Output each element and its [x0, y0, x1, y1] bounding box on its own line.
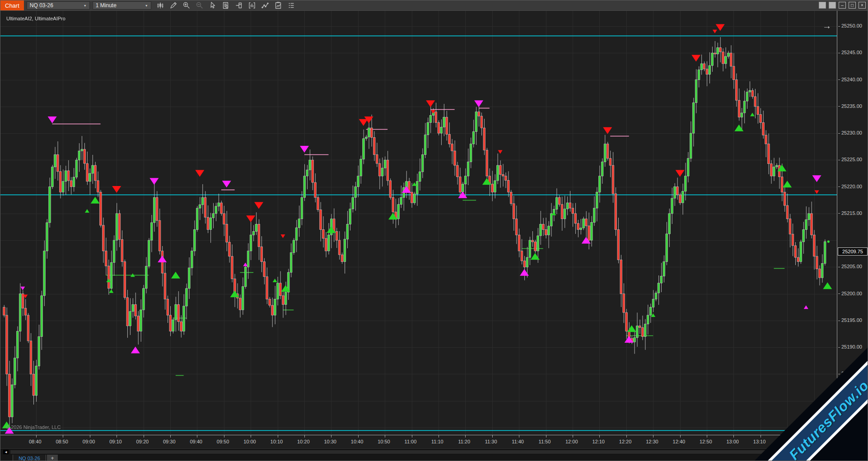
price-axis-label: 25220.00 — [838, 184, 862, 189]
time-axis-tick — [573, 435, 573, 438]
interval-link-button[interactable] — [829, 2, 836, 9]
price-axis-label: 25235.00 — [838, 103, 862, 109]
time-axis-tick — [304, 435, 305, 438]
price-axis-label: 25200.00 — [838, 291, 862, 296]
time-axis-tick — [465, 435, 466, 438]
time-axis-label: 11:20 — [458, 439, 470, 444]
time-axis-label: 09:00 — [83, 439, 95, 444]
time-axis-label: 12:40 — [673, 439, 686, 444]
properties-list-icon[interactable] — [287, 1, 296, 10]
chart-trader-icon[interactable] — [234, 1, 243, 10]
interval-value: 1 Minute — [96, 2, 117, 9]
time-axis-tick — [170, 435, 171, 438]
time-axis-label: 12:50 — [700, 439, 712, 444]
time-axis-tick — [680, 435, 681, 438]
cursor-icon[interactable] — [208, 1, 217, 10]
time-axis-label: 10:30 — [324, 439, 336, 444]
time-axis-tick — [197, 435, 197, 438]
price-axis-label: 25195.00 — [838, 317, 862, 323]
price-axis-label: 25190.00 — [838, 344, 862, 349]
time-axis-label: 10:10 — [271, 439, 283, 444]
time-axis-label: 09:30 — [163, 439, 176, 444]
last-price-marker: 25209.75 — [838, 247, 868, 256]
data-box-icon[interactable] — [221, 1, 230, 10]
time-axis-tick — [331, 435, 331, 438]
strategies-icon[interactable] — [261, 1, 270, 10]
price-axis-label: 25215.00 — [838, 210, 862, 216]
jump-to-latest-icon[interactable]: → — [822, 21, 831, 31]
time-axis-tick — [653, 435, 653, 438]
toolbar-icons — [156, 1, 296, 10]
toolbar: Chart NQ 03-26 ▼ 1 Minute ▼ — [0, 0, 868, 10]
price-axis-label: 25205.00 — [838, 264, 862, 269]
price-chart-canvas[interactable] — [0, 11, 837, 435]
horizontal-scrollbar[interactable]: ◀ ▶ — [0, 448, 868, 455]
interval-dropdown[interactable]: 1 Minute ▼ — [93, 1, 151, 9]
restore-button[interactable]: □ — [849, 2, 856, 9]
time-axis-label: 10:40 — [351, 439, 364, 444]
time-axis-label: 09:20 — [136, 439, 149, 444]
time-axis-tick — [358, 435, 359, 438]
time-axis-label: 09:40 — [190, 439, 202, 444]
time-axis-tick — [117, 435, 117, 438]
instrument-value: NQ 03-26 — [30, 2, 53, 9]
minimize-button[interactable]: – — [839, 2, 846, 9]
time-axis-tick — [90, 435, 90, 438]
time-axis-tick — [36, 435, 37, 438]
scroll-left-icon[interactable]: ◀ — [3, 450, 9, 454]
time-axis-tick — [144, 435, 144, 438]
indicator-label: UltimateAI2, UltimateAIPro — [6, 16, 65, 21]
time-axis-label: 08:40 — [29, 439, 42, 444]
time-axis-tick — [385, 435, 385, 438]
close-button[interactable]: × — [859, 2, 866, 9]
price-axis-label: 25230.00 — [838, 130, 862, 135]
time-axis-tick — [733, 435, 734, 438]
time-axis-label: 13:10 — [753, 439, 766, 444]
market-analyzer-icon[interactable] — [274, 1, 283, 10]
tab-bar: NQ 03-26 + — [0, 455, 868, 461]
time-axis-label: 11:40 — [512, 439, 524, 444]
time-axis-label: 11:30 — [485, 439, 497, 444]
time-axis-tick — [224, 435, 224, 438]
indicators-icon[interactable] — [247, 1, 257, 10]
price-axis-label: 25225.00 — [838, 157, 862, 162]
time-axis-label: 12:20 — [619, 439, 632, 444]
time-axis-tick — [439, 435, 439, 438]
chart-panel: UltimateAI2, UltimateAIPro © 2026 NinjaT… — [0, 10, 868, 435]
time-axis-tick — [546, 435, 546, 438]
chart-window: Chart NQ 03-26 ▼ 1 Minute ▼ — [0, 0, 868, 461]
time-axis-label: 09:50 — [217, 439, 229, 444]
time-axis-label: 11:00 — [405, 439, 417, 444]
zoom-out-icon[interactable] — [195, 1, 204, 10]
time-axis-tick — [626, 435, 627, 438]
chevron-down-icon: ▼ — [145, 4, 148, 7]
time-axis-tick — [278, 435, 278, 438]
time-axis-label: 08:50 — [56, 439, 68, 444]
time-axis[interactable]: 08:4008:5009:0009:1009:2009:3009:4009:50… — [0, 435, 868, 448]
time-axis-tick — [492, 435, 493, 438]
window-controls: – □ × — [819, 2, 866, 9]
time-axis-tick — [63, 435, 63, 438]
time-axis-label: 12:30 — [646, 439, 658, 444]
time-axis-label: 10:50 — [378, 439, 390, 444]
chart-menu-button[interactable]: Chart — [0, 0, 24, 10]
chart-style-icon[interactable] — [156, 1, 165, 10]
instrument-dropdown[interactable]: NQ 03-26 ▼ — [27, 1, 90, 9]
time-axis-label: 11:50 — [539, 439, 551, 444]
chevron-down-icon: ▼ — [84, 4, 87, 7]
time-axis-label: 09:10 — [109, 439, 122, 444]
add-tab-button[interactable]: + — [47, 455, 58, 461]
time-axis-label: 12:00 — [565, 439, 578, 444]
time-axis-label: 13:00 — [726, 439, 739, 444]
scrollbar-thumb[interactable] — [10, 450, 850, 454]
instrument-link-button[interactable] — [819, 2, 826, 9]
price-axis-label: 25240.00 — [838, 77, 862, 82]
copyright-label: © 2026 NinjaTrader, LLC — [6, 424, 61, 430]
time-axis-tick — [707, 435, 707, 438]
tab-nq-03-26[interactable]: NQ 03-26 — [13, 455, 46, 461]
price-axis-label: 25250.00 — [838, 23, 862, 28]
time-axis-tick — [761, 435, 761, 438]
drawing-tools-icon[interactable] — [169, 1, 178, 10]
zoom-in-icon[interactable] — [182, 1, 191, 10]
time-axis-label: 11:10 — [431, 439, 443, 444]
